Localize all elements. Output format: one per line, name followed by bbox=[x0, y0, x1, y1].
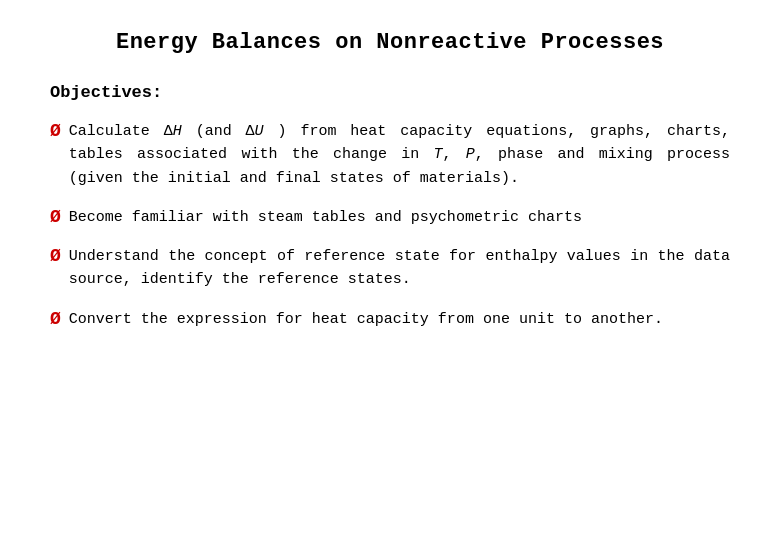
list-item: Ø Understand the concept of reference st… bbox=[50, 245, 730, 292]
bullet-symbol: Ø bbox=[50, 246, 61, 266]
list-item: Ø Become familiar with steam tables and … bbox=[50, 206, 730, 229]
list-item: Ø Calculate ΔH (and ΔU ) from heat capac… bbox=[50, 120, 730, 190]
list-item: Ø Convert the expression for heat capaci… bbox=[50, 308, 730, 331]
page: Energy Balances on Nonreactive Processes… bbox=[0, 0, 780, 540]
objectives-label: Objectives: bbox=[50, 83, 730, 102]
bullet-symbol: Ø bbox=[50, 121, 61, 141]
bullet-symbol: Ø bbox=[50, 207, 61, 227]
bullet-text: Understand the concept of reference stat… bbox=[69, 245, 730, 292]
bullet-text: Become familiar with steam tables and ps… bbox=[69, 206, 582, 229]
bullet-symbol: Ø bbox=[50, 309, 61, 329]
bullet-list: Ø Calculate ΔH (and ΔU ) from heat capac… bbox=[50, 120, 730, 331]
bullet-text: Convert the expression for heat capacity… bbox=[69, 308, 663, 331]
page-title: Energy Balances on Nonreactive Processes bbox=[50, 30, 730, 55]
bullet-text: Calculate ΔH (and ΔU ) from heat capacit… bbox=[69, 120, 730, 190]
